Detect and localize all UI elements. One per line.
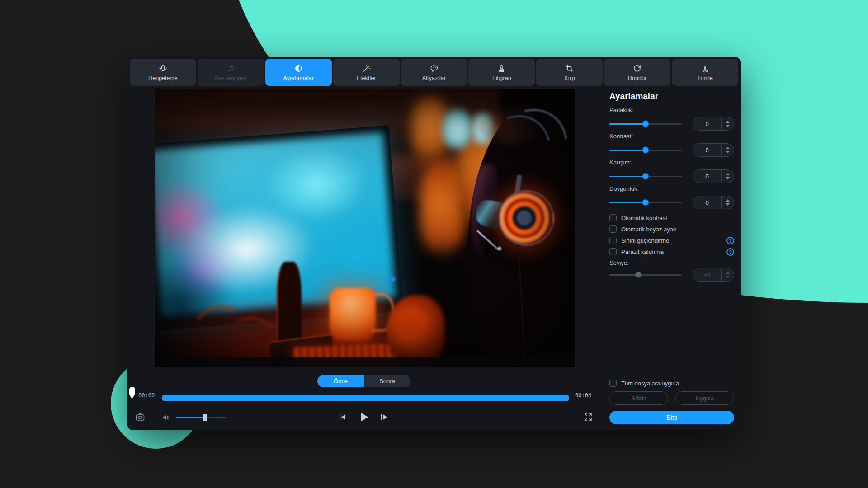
- checkbox-apply-all-files[interactable]: [609, 380, 617, 387]
- after-button[interactable]: Sonra: [364, 375, 410, 387]
- decrement-icon[interactable]: [726, 151, 730, 153]
- spin-arrows[interactable]: [722, 199, 734, 206]
- increment-icon[interactable]: [726, 121, 730, 123]
- video-preview: [155, 89, 575, 367]
- slider-fill: [609, 202, 646, 203]
- photo-vignette: [155, 89, 575, 367]
- spin-arrows: [722, 272, 734, 278]
- crop-icon: [565, 64, 574, 73]
- spin-arrows[interactable]: [722, 173, 734, 179]
- spin-value: 0: [693, 121, 721, 127]
- apply-button[interactable]: Uygula: [675, 391, 734, 405]
- slider-parlaklik[interactable]: [609, 123, 682, 125]
- reset-button[interactable]: Sıfırla: [609, 391, 668, 405]
- magic-wand-icon: [362, 64, 371, 73]
- playhead-marker[interactable]: [129, 387, 135, 395]
- increment-icon[interactable]: [726, 147, 730, 149]
- spin-value: 0: [693, 199, 721, 206]
- spin-arrows[interactable]: [722, 147, 734, 153]
- checkbox-otomatik-kontrast[interactable]: [609, 214, 617, 221]
- checkbox-sihirli-guclendirme[interactable]: [609, 237, 617, 244]
- slider-fill: [609, 123, 646, 125]
- help-icon[interactable]: ?: [726, 248, 734, 256]
- checkbox-parazit-kaldirma[interactable]: [609, 248, 617, 255]
- checkbox-label: Otomatik beyaz ayarı: [621, 226, 677, 233]
- play-button[interactable]: [357, 410, 371, 424]
- mute-button[interactable]: [161, 412, 172, 424]
- slider-thumb[interactable]: [643, 147, 649, 153]
- tab-ses-seviyesi[interactable]: Ses seviyesi: [198, 59, 264, 86]
- tab-label: Filigran: [492, 75, 511, 81]
- tab-label: Trimle: [697, 75, 713, 81]
- slider-label-doygunluk: Doygunluk:: [609, 185, 639, 192]
- slider-label-karisim: Karışım:: [609, 159, 631, 166]
- help-icon[interactable]: ?: [726, 237, 734, 244]
- spinbox-seviye: 40: [693, 268, 734, 282]
- decrement-icon[interactable]: [726, 177, 730, 179]
- speech-bubble-icon: [429, 64, 439, 73]
- tab-label: Altyazılar: [422, 75, 446, 81]
- slider-thumb: [636, 272, 642, 278]
- contrast-icon: [294, 64, 303, 73]
- slider-fill: [609, 176, 646, 177]
- spinbox-karisim: 0: [693, 169, 734, 183]
- next-frame-button[interactable]: [379, 412, 389, 422]
- desktop-background: Dengeleme Ses seviyesi Ayarlamalar: [0, 0, 868, 488]
- slider-seviye: [609, 274, 682, 276]
- tab-dengeleme[interactable]: Dengeleme: [130, 59, 196, 86]
- spin-arrows[interactable]: [722, 121, 734, 127]
- tab-dondur[interactable]: Döndür: [604, 59, 670, 86]
- fullscreen-button[interactable]: [583, 412, 593, 423]
- before-button[interactable]: Önce: [317, 375, 364, 387]
- slider-thumb[interactable]: [643, 174, 649, 179]
- music-note-icon: [226, 64, 236, 73]
- slider-thumb[interactable]: [643, 121, 649, 127]
- increment-icon[interactable]: [726, 173, 730, 175]
- tab-ayarlamalar[interactable]: Ayarlamalar: [265, 59, 332, 86]
- previous-frame-button[interactable]: [337, 412, 347, 422]
- checkbox-otomatik-beyaz-ayari[interactable]: [609, 225, 617, 233]
- increment-icon[interactable]: [726, 199, 730, 202]
- tab-trimle[interactable]: Trimle: [672, 59, 738, 86]
- tool-tabbar: Dengeleme Ses seviyesi Ayarlamalar: [130, 59, 738, 86]
- tab-label: Kırp: [564, 75, 575, 81]
- slider-doygunluk[interactable]: [609, 202, 682, 203]
- done-button[interactable]: Bitti: [609, 411, 734, 424]
- tab-kirp[interactable]: Kırp: [536, 59, 603, 86]
- timeline-track[interactable]: [162, 395, 569, 401]
- volume-thumb[interactable]: [203, 414, 207, 421]
- checkbox-label: Tüm dosyalara uygula: [621, 380, 679, 387]
- slider-label-kontrast: Kontrast:: [609, 133, 633, 140]
- spinbox-kontrast: 0: [693, 143, 734, 157]
- checkbox-label: Parazit kaldırma: [621, 249, 664, 255]
- spinbox-parlaklik: 0: [693, 117, 734, 131]
- decrement-icon[interactable]: [726, 203, 730, 206]
- volume-slider[interactable]: [176, 417, 226, 418]
- before-after-toggle: Önce Sonra: [317, 375, 410, 387]
- duration-time: 00:04: [575, 392, 591, 399]
- speaker-icon: [161, 412, 172, 423]
- timeline-progress-fill: [162, 395, 569, 401]
- rotate-icon: [632, 64, 642, 73]
- next-frame-icon: [379, 412, 389, 422]
- tab-altyazilar[interactable]: Altyazılar: [401, 59, 467, 86]
- slider-karisim[interactable]: [609, 176, 682, 177]
- tab-efektler[interactable]: Efektler: [333, 59, 400, 86]
- play-icon: [357, 410, 371, 424]
- checkbox-label: Otomatik kontrast: [621, 215, 667, 221]
- tab-filigran[interactable]: Filigran: [468, 59, 535, 86]
- checkbox-label: Sihirli güçlendirme: [621, 237, 669, 244]
- previous-frame-icon: [337, 412, 347, 422]
- fullscreen-icon: [583, 412, 593, 422]
- elapsed-time: 00:00: [138, 392, 155, 399]
- scissors-icon: [700, 64, 710, 73]
- slider-kontrast[interactable]: [609, 150, 682, 151]
- tab-label: Dengeleme: [148, 75, 178, 81]
- decrement-icon[interactable]: [726, 125, 730, 127]
- slider-thumb[interactable]: [643, 200, 649, 206]
- slider-label-seviye: Seviye:: [609, 259, 629, 266]
- tab-label: Ayarlamalar: [283, 75, 314, 81]
- spin-value: 40: [693, 272, 721, 278]
- tab-label: Döndür: [628, 75, 647, 81]
- snapshot-button[interactable]: [135, 412, 146, 424]
